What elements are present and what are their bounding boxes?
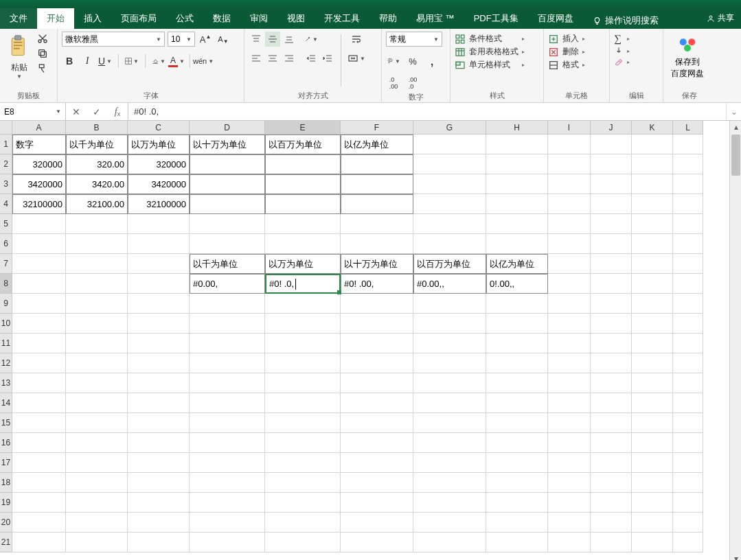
cell-K10[interactable] (632, 314, 673, 334)
cell-C19[interactable] (128, 493, 190, 513)
cell-H7[interactable]: 以亿为单位 (486, 254, 548, 274)
cell-B11[interactable] (66, 334, 128, 353)
worksheet-grid[interactable]: ABCDEFGHIJKL1数字以千为单位以万为单位以十万为单位以百万为单位以亿为… (0, 121, 741, 560)
row-header-11[interactable]: 11 (0, 334, 12, 353)
cell-D17[interactable] (190, 453, 265, 473)
save-to-baidu-button[interactable]: 保存到 百度网盘 (668, 32, 707, 89)
cell-B18[interactable] (66, 473, 128, 493)
row-header-3[interactable]: 3 (0, 174, 12, 194)
cell-K9[interactable] (632, 294, 673, 314)
cell-F21[interactable] (341, 533, 413, 552)
cell-H17[interactable] (486, 453, 548, 473)
cell-I14[interactable] (548, 393, 591, 413)
column-header-K[interactable]: K (632, 121, 673, 135)
cell-K18[interactable] (632, 473, 673, 493)
row-header-6[interactable]: 6 (0, 234, 12, 254)
cell-K3[interactable] (632, 174, 673, 194)
cell-D4[interactable] (190, 194, 265, 214)
cell-D5[interactable] (190, 214, 265, 234)
cell-A13[interactable] (12, 373, 66, 393)
cell-H19[interactable] (486, 493, 548, 513)
row-header-8[interactable]: 8 (0, 274, 12, 294)
cell-I8[interactable] (548, 274, 591, 294)
autosum-button[interactable]: ∑▸ (614, 33, 630, 45)
cell-D10[interactable] (190, 314, 265, 334)
formula-input[interactable]: #0! .0, (128, 103, 726, 120)
cell-G15[interactable] (413, 413, 486, 433)
column-header-L[interactable]: L (673, 121, 703, 135)
row-header-1[interactable]: 1 (0, 135, 12, 154)
cell-A2[interactable]: 320000 (12, 154, 66, 174)
cell-H14[interactable] (486, 393, 548, 413)
column-header-G[interactable]: G (413, 121, 486, 135)
cell-G10[interactable] (413, 314, 486, 334)
cell-D19[interactable] (190, 493, 265, 513)
cell-E5[interactable] (265, 214, 341, 234)
cell-K12[interactable] (632, 353, 673, 373)
tab-review[interactable]: 审阅 (240, 8, 277, 29)
row-header-9[interactable]: 9 (0, 294, 12, 314)
format-as-table-button[interactable]: 套用表格格式▸ (455, 46, 525, 58)
cell-I4[interactable] (548, 194, 591, 214)
cell-L9[interactable] (673, 294, 703, 314)
cell-G21[interactable] (413, 533, 486, 552)
cell-A1[interactable]: 数字 (12, 135, 66, 154)
cell-F3[interactable] (341, 174, 413, 194)
cell-H16[interactable] (486, 433, 548, 453)
cell-L20[interactable] (673, 513, 703, 533)
delete-cells-button[interactable]: 删除▸ (548, 46, 585, 58)
insert-function-button[interactable]: fx (107, 106, 128, 117)
cell-H2[interactable] (486, 154, 548, 174)
cell-A16[interactable] (12, 433, 66, 453)
cell-C18[interactable] (128, 473, 190, 493)
cell-H3[interactable] (486, 174, 548, 194)
cell-A18[interactable] (12, 473, 66, 493)
cell-F17[interactable] (341, 453, 413, 473)
cell-L15[interactable] (673, 413, 703, 433)
cell-D11[interactable] (190, 334, 265, 353)
share-button[interactable]: 共享 (707, 12, 734, 24)
conditional-formatting-button[interactable]: 条件格式▸ (455, 33, 525, 45)
cell-H18[interactable] (486, 473, 548, 493)
cell-I1[interactable] (548, 135, 591, 154)
cell-F12[interactable] (341, 353, 413, 373)
format-painter-icon[interactable] (37, 63, 48, 74)
cell-H1[interactable] (486, 135, 548, 154)
phonetic-button[interactable]: wén▼ (196, 54, 211, 69)
font-size-combo[interactable]: 10▼ (168, 32, 195, 47)
cell-A6[interactable] (12, 234, 66, 254)
row-header-15[interactable]: 15 (0, 413, 12, 433)
merge-center-button[interactable]: ▼ (347, 51, 366, 66)
vertical-scrollbar[interactable]: ▴ ▾ (729, 121, 741, 560)
cell-A3[interactable]: 3420000 (12, 174, 66, 194)
cell-F16[interactable] (341, 433, 413, 453)
column-header-B[interactable]: B (66, 121, 128, 135)
column-header-I[interactable]: I (548, 121, 591, 135)
column-header-J[interactable]: J (591, 121, 632, 135)
cell-J9[interactable] (591, 294, 632, 314)
tab-insert[interactable]: 插入 (74, 8, 111, 29)
insert-cells-button[interactable]: 插入▸ (548, 33, 585, 45)
cell-L19[interactable] (673, 493, 703, 513)
cell-G18[interactable] (413, 473, 486, 493)
cell-B21[interactable] (66, 533, 128, 552)
cell-I3[interactable] (548, 174, 591, 194)
cell-B16[interactable] (66, 433, 128, 453)
cell-H11[interactable] (486, 334, 548, 353)
row-header-20[interactable]: 20 (0, 513, 12, 533)
cell-J7[interactable] (591, 254, 632, 274)
fill-button[interactable]: ▸ (614, 46, 630, 56)
cell-E20[interactable] (265, 513, 341, 533)
cell-J5[interactable] (591, 214, 632, 234)
cell-I7[interactable] (548, 254, 591, 274)
cell-D6[interactable] (190, 234, 265, 254)
clear-button[interactable]: ▸ (614, 57, 630, 67)
cell-H9[interactable] (486, 294, 548, 314)
cell-B8[interactable] (66, 274, 128, 294)
align-bottom-icon[interactable] (282, 32, 297, 47)
cell-E21[interactable] (265, 533, 341, 552)
cancel-formula-button[interactable]: ✕ (66, 106, 87, 117)
cell-C8[interactable] (128, 274, 190, 294)
cell-C4[interactable]: 32100000 (128, 194, 190, 214)
cell-K17[interactable] (632, 453, 673, 473)
